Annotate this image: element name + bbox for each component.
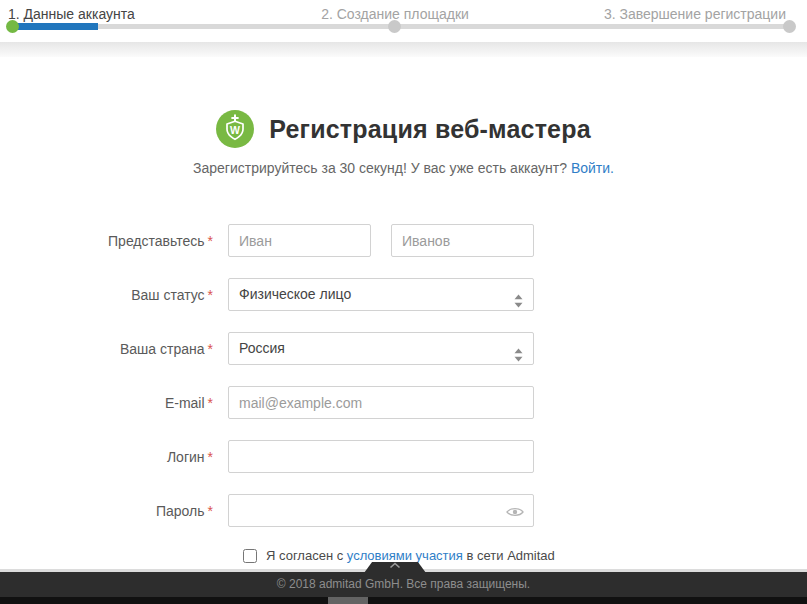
footer-bar: © 2018 admitad GmbH. Все права защищены. bbox=[0, 572, 807, 597]
svg-text:W: W bbox=[230, 124, 240, 136]
country-select[interactable]: Россия bbox=[228, 332, 534, 365]
progress-track bbox=[12, 24, 792, 29]
agreement-text-suffix: в сети Admitad bbox=[463, 548, 555, 563]
page-title: Регистрация веб-мастера bbox=[269, 115, 591, 144]
login-link[interactable]: Войти. bbox=[571, 160, 614, 176]
country-select-value: Россия bbox=[239, 340, 285, 356]
country-label: Ваша страна* bbox=[0, 341, 228, 357]
status-row: Ваш статус* Физическое лицо bbox=[0, 278, 807, 311]
copyright-text: © 2018 admitad GmbH. Все права защищены. bbox=[277, 577, 530, 591]
status-select[interactable]: Физическое лицо bbox=[228, 278, 534, 311]
status-select-value: Физическое лицо bbox=[239, 286, 351, 302]
country-row: Ваша страна* Россия bbox=[0, 332, 807, 365]
terms-link[interactable]: условиями участия bbox=[347, 548, 463, 563]
required-marker: * bbox=[208, 233, 213, 249]
first-name-input[interactable] bbox=[228, 224, 371, 257]
login-row: Логин* bbox=[0, 440, 807, 473]
step-3-dot bbox=[783, 20, 796, 33]
step-2-dot bbox=[388, 20, 401, 33]
email-row: E-mail* bbox=[0, 386, 807, 419]
step-3-label: 3. Завершение регистрации bbox=[604, 6, 786, 22]
wizard-steps-bar: 1. Данные аккаунта 2. Создание площадки … bbox=[0, 0, 807, 42]
last-name-input[interactable] bbox=[391, 224, 534, 257]
password-input[interactable] bbox=[228, 494, 534, 527]
required-marker: * bbox=[208, 395, 213, 411]
agreement-text-prefix: Я согласен с bbox=[266, 548, 347, 563]
brand-block: W Регистрация веб-мастера bbox=[0, 110, 807, 152]
required-marker: * bbox=[208, 341, 213, 357]
email-label: E-mail* bbox=[0, 395, 228, 411]
progress-fill bbox=[12, 23, 98, 30]
name-label: Представьтесь* bbox=[0, 233, 228, 249]
updown-arrows-icon bbox=[514, 288, 523, 319]
login-input[interactable] bbox=[228, 440, 534, 473]
password-label: Пароль* bbox=[0, 503, 228, 519]
step-1-dot bbox=[6, 20, 19, 33]
required-marker: * bbox=[208, 503, 213, 519]
updown-arrows-icon bbox=[514, 342, 523, 373]
show-password-eye-icon[interactable] bbox=[506, 504, 524, 522]
step-1-label: 1. Данные аккаунта bbox=[8, 6, 135, 22]
agreement-row: Я согласен с условиями участия в сети Ad… bbox=[243, 548, 807, 563]
horizontal-scrollbar-thumb[interactable] bbox=[328, 597, 368, 604]
login-label: Логин* bbox=[0, 449, 228, 465]
password-row: Пароль* bbox=[0, 494, 807, 527]
name-row: Представьтесь* bbox=[0, 224, 807, 257]
email-input[interactable] bbox=[228, 386, 534, 419]
registration-form: Представьтесь* Ваш статус* Физическое ли… bbox=[0, 224, 807, 563]
required-marker: * bbox=[208, 449, 213, 465]
subtitle: Зарегистрируйтесь за 30 секунд! У вас уж… bbox=[0, 160, 807, 176]
subtitle-text: Зарегистрируйтесь за 30 секунд! У вас уж… bbox=[193, 160, 571, 176]
status-label: Ваш статус* bbox=[0, 287, 228, 303]
admitad-webmaster-logo-icon: W bbox=[216, 110, 254, 148]
required-marker: * bbox=[208, 287, 213, 303]
bottom-strip bbox=[0, 597, 807, 604]
header-shadow bbox=[0, 42, 807, 57]
terms-checkbox[interactable] bbox=[243, 549, 257, 563]
